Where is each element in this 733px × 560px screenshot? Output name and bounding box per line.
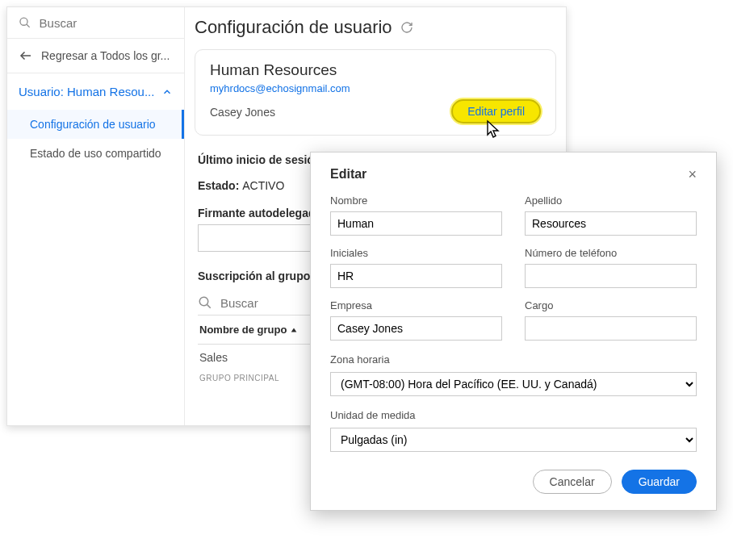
page-title: Configuración de usuario [195, 17, 392, 38]
company-input[interactable] [330, 316, 502, 341]
profile-card: Human Resources myhrdocs@echosignmail.co… [195, 49, 556, 136]
svg-line-1 [27, 24, 30, 27]
sort-asc-icon [290, 326, 298, 334]
profile-name: Human Resources [210, 61, 541, 79]
initials-label: Iniciales [330, 247, 502, 259]
cancel-button[interactable]: Cancelar [533, 470, 612, 494]
close-icon[interactable]: × [688, 167, 697, 182]
sidebar-item-user-config[interactable]: Configuración de usuario [7, 110, 184, 139]
arrow-left-icon [19, 48, 33, 63]
svg-point-3 [199, 297, 208, 306]
unit-select[interactable]: Pulgadas (in) [330, 428, 697, 452]
modal-title: Editar [330, 167, 366, 182]
sidebar: Regresar a Todos los gr... Usuario: Huma… [7, 7, 185, 425]
first-name-label: Nombre [330, 194, 502, 207]
user-accordion[interactable]: Usuario: Human Resou... [7, 73, 184, 110]
phone-input[interactable] [525, 264, 697, 288]
back-label: Regresar a Todos los gr... [41, 49, 170, 62]
accordion-label: Usuario: Human Resou... [19, 85, 154, 98]
chevron-up-icon [161, 86, 173, 98]
sidebar-item-share-status[interactable]: Estado de uso compartido [7, 139, 184, 168]
initials-input[interactable] [330, 264, 502, 288]
company-label: Empresa [330, 299, 502, 311]
sidebar-search[interactable] [7, 7, 184, 39]
search-icon [19, 15, 31, 30]
position-label: Cargo [525, 299, 697, 311]
timezone-label: Zona horaria [330, 353, 697, 366]
sidebar-item-label: Configuración de usuario [30, 118, 156, 131]
profile-email[interactable]: myhrdocs@echosignmail.com [210, 82, 541, 94]
search-icon [198, 295, 212, 310]
unit-label: Unidad de medida [330, 409, 697, 421]
svg-line-4 [207, 305, 211, 308]
edit-profile-button[interactable]: Editar perfil [451, 99, 541, 123]
svg-marker-5 [291, 328, 297, 332]
timezone-select[interactable]: (GMT-08:00) Hora del Pacífico (EE. UU. y… [330, 372, 697, 396]
sidebar-search-input[interactable] [40, 16, 173, 30]
last-name-label: Apellido [525, 194, 697, 207]
refresh-icon[interactable] [400, 21, 413, 34]
edit-modal: Editar × Nombre Apellido Iniciales Númer… [310, 152, 717, 511]
status-value: ACTIVO [242, 179, 284, 192]
first-name-input[interactable] [330, 211, 502, 236]
back-link[interactable]: Regresar a Todos los gr... [7, 39, 184, 73]
position-input[interactable] [525, 316, 697, 341]
sidebar-item-label: Estado de uso compartido [30, 147, 161, 160]
save-button[interactable]: Guardar [622, 470, 697, 494]
last-name-input[interactable] [525, 211, 697, 236]
phone-label: Número de teléfono [525, 247, 697, 259]
svg-point-0 [20, 18, 27, 25]
